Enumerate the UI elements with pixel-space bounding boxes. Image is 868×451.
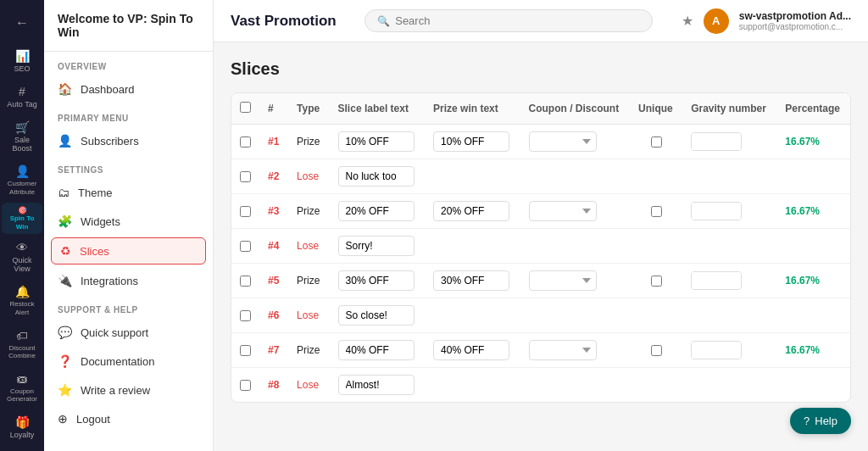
- saleboost-icon: 🛒: [15, 120, 30, 134]
- col-coupon: Coupon / Discount: [520, 93, 631, 125]
- nav-spintowin-label: Spin To Win: [5, 214, 39, 231]
- row-percentage-0: 16.67%: [785, 136, 820, 148]
- content-area: Slices # Type Slice label text Prize win…: [214, 42, 868, 451]
- nav-quickview[interactable]: 👁 Quick View: [2, 236, 42, 278]
- coupon-select-0[interactable]: [529, 131, 597, 152]
- nav-saleboost-label: Sale Boost: [5, 136, 39, 153]
- table-row: #4 Lose: [231, 229, 850, 264]
- help-icon: ?: [804, 415, 810, 427]
- row-checkbox-3[interactable]: [240, 241, 251, 252]
- gravity-input-2[interactable]: [692, 203, 742, 220]
- user-info: sw-vastpromotion Ad... support@vastpromo…: [739, 10, 851, 31]
- back-button[interactable]: ←: [8, 8, 36, 37]
- row-checkbox-7[interactable]: [240, 380, 251, 391]
- theme-icon: 🗂: [58, 186, 70, 199]
- slice-label-input-4[interactable]: [338, 270, 415, 291]
- row-num-3: #4: [268, 240, 279, 252]
- select-all-checkbox[interactable]: [240, 102, 251, 113]
- nav-saleboost[interactable]: 🛒 Sale Boost: [2, 115, 42, 158]
- writereview-icon: ⭐: [58, 383, 72, 397]
- nav-loyalty[interactable]: 🎁 Loyalty: [2, 410, 42, 444]
- row-checkbox-4[interactable]: [240, 276, 251, 287]
- row-checkbox-6[interactable]: [240, 345, 251, 356]
- slice-label-input-0[interactable]: [338, 131, 415, 152]
- unique-checkbox-6[interactable]: [651, 345, 662, 356]
- sidebar-section-support: SUPPORT & HELP: [44, 295, 213, 318]
- row-checkbox-1[interactable]: [240, 171, 251, 182]
- nav-coupongenerator[interactable]: 🎟 Coupon Generator: [2, 367, 42, 409]
- row-num-4: #5: [268, 275, 279, 287]
- coupon-select-6[interactable]: [529, 340, 597, 360]
- unique-checkbox-4[interactable]: [651, 276, 662, 287]
- row-type-6: Prize: [297, 344, 320, 356]
- coupon-select-4[interactable]: [529, 270, 597, 291]
- sidebar-item-writereview[interactable]: ⭐ Write a review: [44, 376, 213, 404]
- sidebar-integrations-label: Integrations: [81, 275, 138, 287]
- row-num-5: #6: [268, 309, 279, 321]
- row-num-0: #1: [268, 136, 279, 148]
- row-checkbox-2[interactable]: [240, 206, 251, 217]
- search-input[interactable]: [395, 14, 640, 27]
- prize-win-input-0[interactable]: [433, 131, 509, 152]
- slice-label-input-6[interactable]: [338, 340, 415, 360]
- subscribers-icon: 👤: [58, 134, 72, 148]
- table-row: #8 Lose: [231, 368, 850, 403]
- col-gravity: Gravity number: [682, 93, 776, 125]
- search-bar: 🔍: [364, 9, 653, 32]
- col-type: Type: [288, 93, 329, 125]
- gravity-input-0[interactable]: [692, 133, 742, 150]
- row-checkbox-0[interactable]: [240, 136, 251, 148]
- sidebar-widgets-label: Widgets: [81, 215, 120, 228]
- slice-label-input-3[interactable]: [338, 236, 415, 256]
- quickview-icon: 👁: [16, 241, 28, 254]
- row-type-0: Prize: [297, 136, 320, 148]
- slice-label-input-2[interactable]: [338, 201, 415, 221]
- nav-quickview-label: Quick View: [5, 256, 39, 273]
- nav-restockalert-label: Restock Alert: [5, 300, 39, 316]
- sidebar-section-overview: OVERVIEW: [44, 52, 213, 75]
- row-num-1: #2: [268, 170, 279, 182]
- slice-label-input-7[interactable]: [338, 375, 415, 395]
- slice-label-input-5[interactable]: [338, 305, 415, 326]
- nav-spintowin[interactable]: 🎯 Spin To Win: [2, 203, 42, 234]
- spintowin-icon: 🎯: [18, 206, 27, 214]
- icon-nav: ← 📊 SEO # Auto Tag 🛒 Sale Boost 👤 Custom…: [0, 0, 44, 451]
- unique-checkbox-0[interactable]: [651, 136, 662, 148]
- sidebar-item-widgets[interactable]: 🧩 Widgets: [44, 207, 213, 236]
- row-num-7: #8: [268, 379, 279, 391]
- row-type-4: Prize: [297, 275, 320, 287]
- sidebar-item-subscribers[interactable]: 👤 Subscribers: [44, 126, 213, 155]
- nav-discountcombine[interactable]: 🏷 Discount Combine: [2, 324, 42, 365]
- nav-seo[interactable]: 📊 SEO: [2, 44, 42, 78]
- prize-win-input-6[interactable]: [433, 340, 509, 360]
- sidebar-item-dashboard[interactable]: 🏠 Dashboard: [44, 75, 213, 103]
- prize-win-input-2[interactable]: [433, 201, 509, 221]
- discountcombine-icon: 🏷: [16, 329, 28, 342]
- slice-label-input-1[interactable]: [338, 166, 415, 187]
- sidebar-item-documentation[interactable]: ❓ Documentation: [44, 347, 213, 376]
- nav-autotag[interactable]: # Auto Tag: [2, 80, 42, 114]
- sidebar-item-integrations[interactable]: 🔌 Integrations: [44, 266, 213, 295]
- nav-customerattribute[interactable]: 👤 Customer Attribute: [2, 159, 42, 201]
- loyalty-icon: 🎁: [15, 415, 30, 429]
- help-button[interactable]: ? Help: [790, 408, 851, 434]
- help-label: Help: [815, 415, 837, 427]
- coupon-select-2[interactable]: [529, 201, 597, 221]
- prize-win-input-4[interactable]: [433, 270, 509, 291]
- star-button[interactable]: ★: [682, 13, 693, 29]
- row-checkbox-5[interactable]: [240, 310, 251, 321]
- header-right: ★ A sw-vastpromotion Ad... support@vastp…: [682, 8, 851, 34]
- gravity-input-6[interactable]: [692, 342, 742, 359]
- unique-checkbox-2[interactable]: [651, 206, 662, 217]
- row-percentage-4: 16.67%: [785, 275, 820, 287]
- sidebar-subscribers-label: Subscribers: [81, 135, 139, 148]
- nav-seo-label: SEO: [14, 64, 30, 73]
- sidebar-item-slices[interactable]: ♻ Slices: [51, 237, 206, 264]
- sidebar-item-quicksupport[interactable]: 💬 Quick support: [44, 318, 213, 347]
- sidebar-theme-label: Theme: [78, 187, 112, 199]
- sidebar-item-theme[interactable]: 🗂 Theme: [44, 178, 213, 207]
- nav-restockalert[interactable]: 🔔 Restock Alert: [2, 280, 42, 321]
- sidebar-item-logout[interactable]: ⊕ Logout: [44, 404, 213, 433]
- gravity-input-4[interactable]: [692, 272, 742, 289]
- sidebar-documentation-label: Documentation: [81, 355, 154, 368]
